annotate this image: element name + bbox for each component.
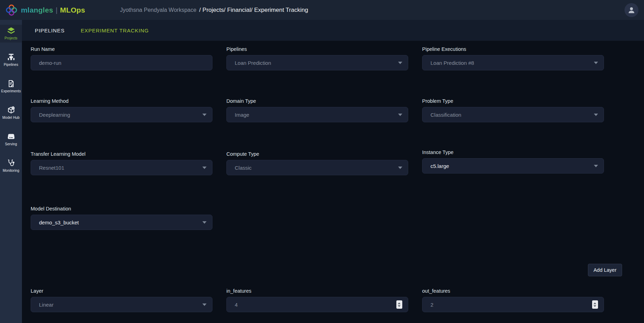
stepper-up-icon[interactable] <box>593 302 596 304</box>
server-icon <box>7 132 15 141</box>
breadcrumb-workspace[interactable]: Jyothsna Pendyala Workspace <box>120 7 196 13</box>
field-compute-type: Compute Type Classic <box>226 151 408 175</box>
chevron-down-icon <box>594 114 598 116</box>
file-edit-icon <box>7 79 15 88</box>
model-destination-label: Model Destination <box>31 206 212 212</box>
stepper-down-icon[interactable] <box>398 305 401 307</box>
brand-logo[interactable]: mlangles | MLOps <box>5 3 85 17</box>
chevron-down-icon <box>202 167 207 169</box>
valve-icon <box>7 53 15 61</box>
sidebar-item-projects[interactable]: Projects <box>0 25 22 43</box>
pipelines-select[interactable]: Loan Prediction <box>226 55 408 70</box>
field-transfer-learning-model: Transfer Learning Model Resnet101 <box>31 151 212 175</box>
instance-type-label: Instance Type <box>422 149 604 155</box>
problem-type-label: Problem Type <box>422 98 604 104</box>
layer-value: Linear <box>39 302 54 308</box>
layer-label: Layer <box>31 288 212 294</box>
chevron-down-icon <box>202 303 207 306</box>
out-features-field <box>422 297 604 312</box>
sidebar-item-monitoring[interactable]: Monitoring <box>0 157 22 175</box>
pipeline-executions-select[interactable]: Loan Prediction #8 <box>422 55 604 70</box>
brand-divider: | <box>56 6 58 14</box>
field-pipeline-executions: Pipeline Executions Loan Prediction #8 <box>422 46 604 70</box>
pipelines-label: Pipelines <box>226 46 408 52</box>
chevron-down-icon <box>594 62 598 64</box>
sidebar-item-experiments[interactable]: Experiments <box>0 78 22 95</box>
learning-method-select[interactable]: Deeplearning <box>31 107 212 122</box>
top-header: mlangles | MLOps Jyothsna Pendyala Works… <box>0 0 644 20</box>
transfer-learning-model-value: Resnet101 <box>39 165 64 171</box>
sidebar-item-serving[interactable]: Serving <box>0 131 22 148</box>
brand-name: mlangles <box>21 6 53 14</box>
tab-experiment-tracking[interactable]: EXPERIMENT TRACKING <box>81 28 149 33</box>
tab-bar: PIPELINES EXPERIMENT TRACKING <box>22 20 644 41</box>
field-instance-type: Instance Type c5.large <box>422 149 604 174</box>
sidebar-item-label: Model Hub <box>2 116 20 120</box>
compute-type-value: Classic <box>235 165 251 171</box>
sidebar-item-label: Experiments <box>1 89 21 93</box>
field-domain-type: Domain Type Image <box>226 98 408 122</box>
problem-type-value: Classification <box>430 112 461 118</box>
stepper-up-icon[interactable] <box>398 302 401 304</box>
stepper-down-icon[interactable] <box>593 305 596 307</box>
chevron-down-icon <box>202 114 207 116</box>
instance-type-select[interactable]: c5.large <box>422 158 604 174</box>
breadcrumb: Jyothsna Pendyala Workspace / Projects/ … <box>120 7 308 14</box>
field-model-destination: Model Destination demo_s3_bucket <box>31 206 212 230</box>
pipeline-executions-label: Pipeline Executions <box>422 46 604 52</box>
sidebar-item-label: Serving <box>5 142 17 146</box>
sidebar-item-pipelines[interactable]: Pipelines <box>0 51 22 69</box>
sidebar-item-model-hub[interactable]: Model Hub <box>0 104 22 122</box>
chevron-down-icon <box>398 62 402 64</box>
in-features-field <box>226 297 408 312</box>
compute-type-select[interactable]: Classic <box>226 160 408 175</box>
package-icon <box>7 106 15 114</box>
domain-type-value: Image <box>235 112 249 118</box>
layer-select[interactable]: Linear <box>31 297 212 312</box>
sidebar-item-label: Pipelines <box>4 63 18 67</box>
pipelines-value: Loan Prediction <box>235 60 271 66</box>
experiment-tracking-form: Run Name Pipelines Loan Prediction Pipel… <box>22 46 644 312</box>
brand-text: mlangles | MLOps <box>21 6 85 14</box>
run-name-input[interactable] <box>39 60 207 66</box>
person-icon <box>627 6 636 15</box>
chevron-down-icon <box>594 165 598 167</box>
stethoscope-icon <box>7 159 15 167</box>
field-learning-method: Learning Method Deeplearning <box>31 98 212 122</box>
field-problem-type: Problem Type Classification <box>422 98 604 122</box>
in-features-input[interactable] <box>235 302 396 308</box>
model-destination-value: demo_s3_bucket <box>39 220 79 225</box>
field-in-features: in_features <box>226 288 408 312</box>
number-stepper[interactable] <box>396 300 402 309</box>
model-destination-select[interactable]: demo_s3_bucket <box>31 215 212 230</box>
sidebar-nav: Projects Pipelines Experiments Model Hu <box>0 20 22 323</box>
field-pipelines: Pipelines Loan Prediction <box>226 46 408 70</box>
run-name-field <box>31 55 212 70</box>
domain-type-select[interactable]: Image <box>226 107 408 122</box>
domain-type-label: Domain Type <box>226 98 408 104</box>
chevron-down-icon <box>202 221 207 224</box>
field-run-name: Run Name <box>31 46 212 70</box>
out-features-input[interactable] <box>430 302 592 308</box>
number-stepper[interactable] <box>592 300 598 309</box>
mlangles-flower-icon <box>5 3 18 17</box>
field-out-features: out_features <box>422 288 604 312</box>
instance-type-value: c5.large <box>430 163 449 169</box>
breadcrumb-current-path: / Projects/ Financial/ Experiment Tracki… <box>199 7 308 14</box>
run-name-label: Run Name <box>31 46 212 52</box>
tab-pipelines[interactable]: PIPELINES <box>35 28 65 33</box>
brand-suffix: MLOps <box>60 6 85 14</box>
chevron-down-icon <box>398 167 402 169</box>
sidebar-item-label: Projects <box>5 36 17 40</box>
field-layer: Layer Linear <box>31 288 212 312</box>
pipeline-executions-value: Loan Prediction #8 <box>430 60 474 66</box>
compute-type-label: Compute Type <box>226 151 408 157</box>
sidebar-item-label: Monitoring <box>3 169 20 172</box>
user-avatar[interactable] <box>624 3 638 17</box>
learning-method-label: Learning Method <box>31 98 212 104</box>
chevron-down-icon <box>398 114 402 116</box>
add-layer-button[interactable]: Add Layer <box>588 264 622 276</box>
problem-type-select[interactable]: Classification <box>422 107 604 122</box>
transfer-learning-model-select[interactable]: Resnet101 <box>31 160 212 175</box>
out-features-label: out_features <box>422 288 604 294</box>
